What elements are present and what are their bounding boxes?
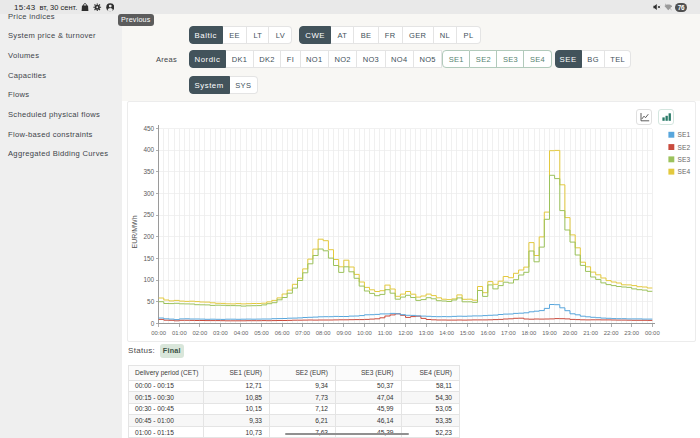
svg-text:01:00: 01:00 — [172, 330, 187, 336]
svg-text:07:00: 07:00 — [295, 330, 310, 336]
svg-text:09:00: 09:00 — [336, 330, 351, 336]
svg-text:21:00: 21:00 — [583, 330, 598, 336]
svg-text:50: 50 — [147, 298, 155, 305]
svg-text:06:00: 06:00 — [275, 330, 290, 336]
svg-text:03:00: 03:00 — [213, 330, 228, 336]
svg-text:23:00: 23:00 — [624, 330, 639, 336]
svg-text:18:00: 18:00 — [522, 330, 537, 336]
svg-text:05:00: 05:00 — [254, 330, 269, 336]
svg-text:02:00: 02:00 — [192, 330, 207, 336]
svg-text:150: 150 — [144, 255, 155, 262]
svg-text:00:00: 00:00 — [151, 330, 166, 336]
svg-text:11:00: 11:00 — [378, 330, 393, 336]
svg-text:13:00: 13:00 — [419, 330, 434, 336]
svg-text:100: 100 — [144, 276, 155, 283]
svg-text:08:00: 08:00 — [316, 330, 331, 336]
svg-text:19:00: 19:00 — [542, 330, 557, 336]
svg-text:12:00: 12:00 — [398, 330, 413, 336]
svg-text:400: 400 — [144, 146, 155, 153]
svg-text:16:00: 16:00 — [480, 330, 495, 336]
svg-text:15:00: 15:00 — [460, 330, 475, 336]
svg-text:200: 200 — [144, 233, 155, 240]
svg-text:04:00: 04:00 — [234, 330, 249, 336]
svg-text:SE1: SE1 — [678, 131, 691, 138]
svg-text:10:00: 10:00 — [357, 330, 372, 336]
svg-text:0: 0 — [151, 320, 155, 327]
svg-text:20:00: 20:00 — [563, 330, 578, 336]
svg-text:22:00: 22:00 — [604, 330, 619, 336]
svg-text:SE4: SE4 — [678, 168, 691, 175]
svg-text:250: 250 — [144, 211, 155, 218]
svg-text:300: 300 — [144, 190, 155, 197]
svg-text:SE2: SE2 — [678, 144, 691, 151]
svg-text:EUR/MWh: EUR/MWh — [131, 215, 138, 248]
svg-text:00:00: 00:00 — [645, 330, 660, 336]
svg-text:14:00: 14:00 — [439, 330, 454, 336]
svg-text:SE3: SE3 — [678, 156, 691, 163]
svg-text:350: 350 — [144, 168, 155, 175]
svg-text:17:00: 17:00 — [501, 330, 516, 336]
svg-text:450: 450 — [144, 125, 155, 132]
